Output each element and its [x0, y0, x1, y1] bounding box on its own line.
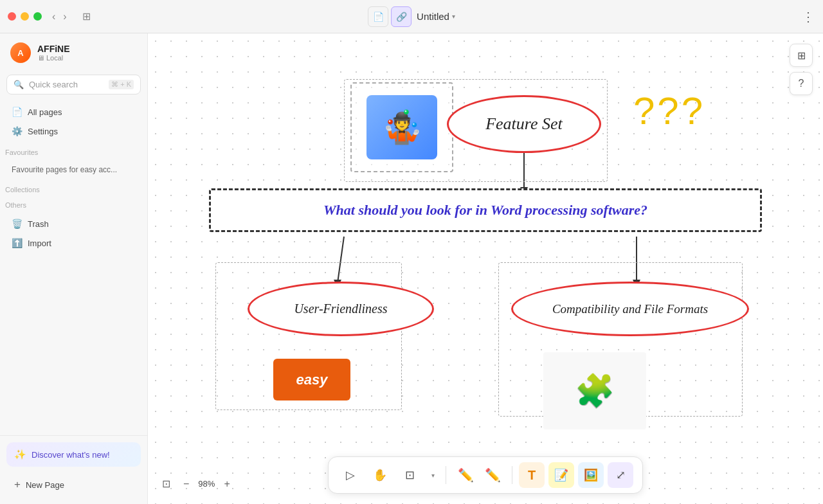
main-layout: A AFFiNE 🖥 Local 🔍 Quick search ⌘ + K 📄 …: [0, 33, 823, 504]
sparkle-icon: ✨: [14, 449, 26, 460]
user-name: AFFiNE: [37, 44, 70, 54]
sidebar-bottom: ✨ Discover what's new! + New Page: [0, 435, 147, 504]
zoom-in-button[interactable]: +: [220, 477, 233, 491]
zoom-bar: ⊡ − 98% +: [158, 476, 234, 491]
user-workspace: 🖥 Local: [37, 54, 70, 62]
text-tool-button[interactable]: T: [519, 462, 545, 488]
all-pages-icon: 📄: [12, 107, 23, 117]
document-title[interactable]: Untitled ▾: [417, 11, 455, 22]
toolbar-separator-1: [446, 466, 446, 484]
zoom-fit-button[interactable]: ⊡: [158, 476, 174, 491]
compatibility-oval: Compatibility and File Formats: [511, 282, 749, 336]
import-label: Import: [28, 239, 51, 248]
select-tool-button[interactable]: ▷: [338, 462, 363, 488]
pen-yellow-button[interactable]: ✏️: [453, 462, 478, 488]
sticky-icon: 📝: [554, 468, 568, 482]
shape-tool-button[interactable]: ⤢: [608, 462, 633, 488]
shape-icon: ⤢: [616, 468, 626, 482]
pen-red-button[interactable]: ✏️: [480, 462, 505, 488]
puzzle-icon: 🧩: [575, 372, 615, 410]
toolbar-separator-2: [512, 466, 512, 484]
sidebar-item-all-pages[interactable]: 📄 All pages: [6, 102, 141, 122]
others-section: Others: [0, 196, 147, 212]
diagram: 🤹 Feature Set ??? What should you look f…: [196, 69, 775, 468]
nav-arrows: ‹ ›: [50, 10, 69, 24]
trash-icon: 🗑️: [12, 219, 23, 229]
favourite-item[interactable]: Favourite pages for easy acc...: [6, 161, 141, 178]
avatar: A: [10, 42, 31, 63]
quick-search[interactable]: 🔍 Quick search ⌘ + K: [6, 75, 141, 94]
sidebar-item-trash[interactable]: 🗑️ Trash: [6, 214, 141, 233]
easy-button: easy: [273, 359, 350, 401]
split-view-button[interactable]: ⊞: [82, 10, 91, 22]
view-toggle: 📄 🔗: [368, 6, 412, 27]
canvas-area[interactable]: 🤹 Feature Set ??? What should you look f…: [148, 33, 823, 504]
settings-label: Settings: [28, 127, 58, 136]
zoom-value: 98%: [198, 479, 215, 489]
discover-label: Discover what's new!: [32, 450, 110, 460]
compatibility-text: Compatibility and File Formats: [552, 302, 708, 316]
feature-image-icon: 🤹: [382, 109, 422, 146]
all-pages-label: All pages: [28, 107, 62, 117]
user-friendliness-oval: User-Friendliness: [248, 282, 434, 336]
plus-icon: +: [14, 478, 21, 491]
others-nav: 🗑️ Trash ⬆️ Import: [0, 212, 147, 255]
right-icons: ⊞ ?: [790, 44, 813, 95]
back-button[interactable]: ‹: [50, 10, 58, 24]
feature-image-box: 🤹: [350, 82, 453, 172]
search-shortcut: ⌘ + K: [109, 80, 134, 89]
title-chevron-icon: ▾: [452, 13, 455, 20]
user-info: AFFiNE 🖥 Local: [37, 44, 70, 62]
feature-image: 🤹: [366, 95, 437, 159]
doc-view-button[interactable]: 📄: [368, 6, 388, 27]
forward-button[interactable]: ›: [60, 10, 69, 24]
import-icon: ⬆️: [12, 238, 23, 248]
feature-set-text: Feature Set: [485, 114, 563, 134]
pen-tool-group: ✏️ ✏️: [453, 462, 505, 488]
hand-tool-button[interactable]: ✋: [367, 462, 393, 488]
puzzle-image: 🧩: [543, 352, 646, 429]
svg-line-2: [338, 237, 344, 283]
frame-expand-button[interactable]: ▾: [426, 462, 439, 488]
help-button[interactable]: ?: [790, 72, 813, 95]
minimize-light[interactable]: [21, 12, 29, 21]
search-label: Quick search: [29, 80, 104, 89]
hand-icon: ✋: [373, 468, 387, 482]
grid-view-button[interactable]: ⊞: [790, 44, 813, 67]
help-icon: ?: [799, 78, 804, 89]
favourite-placeholder: Favourite pages for easy acc...: [12, 165, 117, 174]
feature-set-oval: Feature Set: [447, 95, 601, 153]
close-light[interactable]: [8, 12, 16, 21]
canvas-toolbar: ▷ ✋ ⊡ ▾ ✏️ ✏️ T �: [328, 456, 643, 494]
sidebar-item-import[interactable]: ⬆️ Import: [6, 233, 141, 253]
image-tool-button[interactable]: 🖼️: [578, 462, 604, 488]
pen-yellow-icon: ✏️: [458, 467, 474, 483]
new-page-button[interactable]: + New Page: [6, 472, 141, 498]
pen-red-icon: ✏️: [485, 467, 501, 483]
question-marks: ???: [633, 89, 705, 133]
grid-icon: ⊞: [797, 50, 806, 62]
trash-label: Trash: [28, 219, 49, 229]
edgeless-view-button[interactable]: 🔗: [391, 6, 412, 27]
search-icon: 🔍: [14, 80, 24, 89]
settings-icon: ⚙️: [12, 126, 23, 136]
zoom-out-button[interactable]: −: [179, 477, 193, 491]
select-icon: ▷: [346, 468, 355, 482]
favourites-nav: Favourite pages for easy acc...: [0, 159, 147, 181]
traffic-lights: [8, 12, 42, 21]
user-profile[interactable]: A AFFiNE 🖥 Local: [0, 33, 147, 72]
favourites-section: Favourites: [0, 143, 147, 159]
more-options-button[interactable]: ⋮: [802, 9, 815, 24]
sidebar-nav: 📄 All pages ⚙️ Settings: [0, 100, 147, 143]
easy-label: easy: [296, 372, 328, 388]
discover-button[interactable]: ✨ Discover what's new!: [6, 442, 141, 467]
image-icon: 🖼️: [584, 468, 598, 482]
maximize-light[interactable]: [33, 12, 42, 21]
sidebar-item-settings[interactable]: ⚙️ Settings: [6, 122, 141, 141]
sticky-tool-button[interactable]: 📝: [548, 462, 574, 488]
collections-section: Collections: [0, 181, 147, 196]
sidebar: A AFFiNE 🖥 Local 🔍 Quick search ⌘ + K 📄 …: [0, 33, 148, 504]
question-box: What should you look for in Word process…: [209, 188, 762, 232]
titlebar: ‹ › ⊞ 📄 🔗 Untitled ▾ ⋮: [0, 0, 823, 33]
frame-tool-button[interactable]: ⊡: [397, 462, 422, 488]
